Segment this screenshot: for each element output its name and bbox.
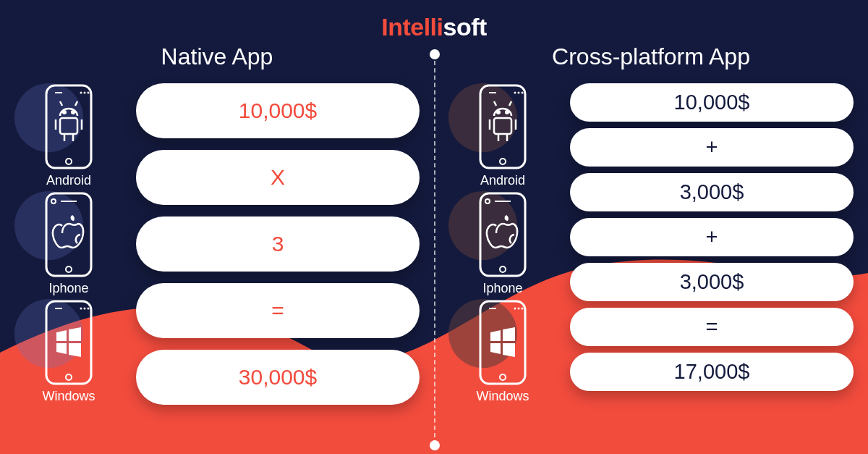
- svg-point-51: [518, 308, 520, 310]
- windows-phone-icon: [41, 299, 97, 386]
- pill-result: 17,000$: [570, 353, 854, 391]
- svg-point-3: [84, 92, 86, 94]
- svg-rect-0: [46, 85, 91, 168]
- phone-label: Windows: [42, 389, 95, 404]
- svg-point-4: [88, 92, 90, 94]
- pill-value: 3: [136, 217, 420, 272]
- svg-point-34: [500, 159, 506, 164]
- pill-value: 10,000$: [136, 83, 420, 138]
- svg-line-6: [60, 101, 62, 106]
- svg-marker-55: [503, 327, 515, 341]
- svg-marker-26: [69, 327, 81, 341]
- pill-value: 3,000$: [570, 173, 854, 211]
- svg-marker-25: [56, 330, 67, 341]
- svg-marker-28: [69, 343, 81, 357]
- pill-operator: =: [136, 283, 420, 338]
- native-column: Native App: [14, 43, 420, 407]
- phone-label: Iphone: [48, 281, 88, 296]
- svg-point-33: [522, 92, 524, 94]
- pill-operator: +: [570, 218, 854, 256]
- cross-phones: Android Iphone: [448, 83, 557, 407]
- svg-point-23: [88, 308, 90, 310]
- brand-rest: soft: [443, 13, 486, 41]
- phone-iphone: Iphone: [14, 191, 123, 296]
- phone-windows: Windows: [448, 299, 557, 404]
- svg-point-2: [80, 92, 82, 94]
- pill-value: 3,000$: [570, 263, 854, 301]
- pill-value: 10,000$: [570, 83, 854, 122]
- svg-marker-57: [503, 343, 515, 357]
- svg-point-32: [518, 92, 520, 94]
- svg-point-9: [72, 111, 75, 114]
- pill-operator: X: [136, 150, 420, 205]
- brand-accent: Intelli: [381, 13, 443, 41]
- cross-column: Cross-platform App: [448, 43, 854, 407]
- divider-dot-bottom: [430, 440, 440, 450]
- svg-rect-39: [494, 118, 511, 134]
- iphone-phone-icon: [41, 191, 97, 278]
- svg-point-8: [63, 111, 66, 114]
- svg-point-53: [500, 374, 506, 380]
- phone-iphone: Iphone: [448, 191, 557, 296]
- cross-pills: 10,000$ + 3,000$ + 3,000$ = 17,000$: [570, 83, 854, 391]
- svg-point-24: [66, 374, 72, 380]
- phone-android: Android: [14, 83, 123, 188]
- android-phone-icon: [475, 83, 531, 170]
- svg-point-22: [84, 308, 86, 310]
- svg-rect-19: [46, 301, 91, 384]
- svg-line-35: [494, 101, 496, 106]
- phone-android: Android: [448, 83, 557, 188]
- svg-point-18: [66, 266, 72, 272]
- svg-point-5: [66, 159, 72, 164]
- phone-label: Android: [480, 173, 525, 188]
- windows-phone-icon: [475, 299, 531, 386]
- svg-marker-56: [490, 343, 501, 354]
- svg-point-31: [514, 92, 516, 94]
- svg-line-36: [509, 101, 511, 106]
- phone-label: Windows: [476, 389, 529, 404]
- svg-point-47: [500, 266, 506, 272]
- svg-point-37: [497, 111, 500, 114]
- native-pills: 10,000$ X 3 = 30,000$: [136, 83, 420, 405]
- cross-title: Cross-platform App: [448, 43, 854, 70]
- center-divider: [434, 54, 435, 445]
- svg-marker-54: [490, 330, 501, 341]
- phone-label: Iphone: [482, 281, 522, 296]
- pill-operator: +: [570, 128, 854, 167]
- svg-marker-27: [56, 343, 67, 354]
- native-phones: Android Iphone: [14, 83, 123, 407]
- svg-point-21: [80, 308, 82, 310]
- pill-operator: =: [570, 308, 854, 346]
- pill-result: 30,000$: [136, 350, 420, 405]
- svg-point-16: [51, 199, 56, 203]
- iphone-phone-icon: [475, 191, 531, 278]
- divider-dot-top: [430, 49, 440, 59]
- android-phone-icon: [41, 83, 97, 170]
- svg-point-45: [485, 199, 490, 203]
- svg-line-7: [75, 101, 77, 106]
- phone-windows: Windows: [14, 299, 123, 404]
- svg-rect-48: [480, 301, 525, 384]
- svg-rect-10: [60, 118, 77, 134]
- svg-rect-29: [480, 85, 525, 168]
- phone-label: Android: [46, 173, 91, 188]
- svg-point-52: [522, 308, 524, 310]
- native-title: Native App: [14, 43, 420, 70]
- brand-logo: Intellisoft: [381, 13, 487, 41]
- svg-point-50: [514, 308, 516, 310]
- svg-point-38: [506, 111, 509, 114]
